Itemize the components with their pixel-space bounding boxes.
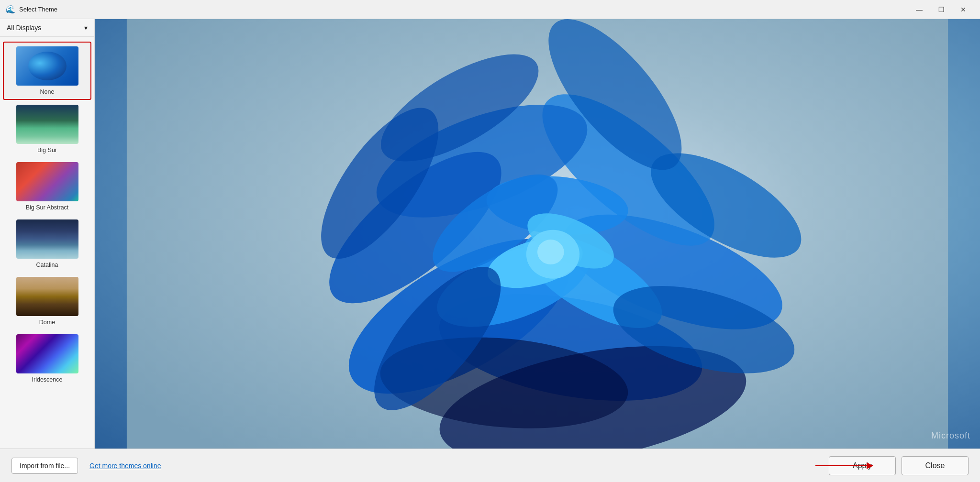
theme-thumbnail-catalina: [16, 219, 78, 259]
theme-thumbnail-bigsur: [16, 105, 78, 144]
bottom-left: Import from file... Get more themes onli…: [11, 458, 161, 474]
theme-label-dome: Dome: [39, 319, 55, 326]
theme-item-bigsur[interactable]: Big Sur: [4, 101, 90, 157]
window-controls: — ❐ ✕: [908, 0, 974, 19]
display-selector-label: All Displays: [7, 24, 41, 32]
theme-item-bigsur-abstract[interactable]: Big Sur Abstract: [4, 158, 90, 215]
theme-list: None Big Sur Big Sur Abstract Catalina: [0, 37, 94, 449]
preview-area: Microsoft: [95, 19, 980, 449]
import-button[interactable]: Import from file...: [11, 458, 78, 474]
get-more-themes-link[interactable]: Get more themes online: [89, 462, 161, 470]
theme-item-none[interactable]: None: [3, 42, 91, 100]
title-bar-left: 🌊 Select Theme: [6, 5, 57, 14]
theme-item-iridescence[interactable]: Iridescence: [4, 330, 90, 387]
minimize-button[interactable]: —: [908, 0, 930, 19]
content-area: All Displays ▾ None Big Sur: [0, 19, 980, 449]
theme-thumbnail-bigsur-abstract: [16, 162, 78, 201]
none-thumbnail-visual: [28, 52, 67, 80]
theme-label-bigsur-abstract: Big Sur Abstract: [26, 204, 69, 211]
close-button[interactable]: Close: [902, 456, 969, 475]
title-bar: 🌊 Select Theme — ❐ ✕: [0, 0, 980, 19]
theme-label-iridescence: Iridescence: [32, 376, 63, 383]
bloom-svg: [95, 19, 980, 449]
theme-label-bigsur: Big Sur: [37, 147, 57, 153]
maximize-button[interactable]: ❐: [930, 0, 952, 19]
theme-thumbnail-iridescence: [16, 334, 78, 373]
wallpaper-preview: Microsoft: [95, 19, 980, 449]
theme-item-catalina[interactable]: Catalina: [4, 216, 90, 272]
arrow-line: [815, 465, 873, 466]
window-title: Select Theme: [19, 6, 57, 13]
display-selector[interactable]: All Displays ▾: [0, 19, 94, 37]
microsoft-watermark: Microsoft: [931, 431, 970, 441]
chevron-down-icon: ▾: [84, 24, 88, 32]
theme-label-none: None: [40, 88, 55, 95]
bottom-right: Apply Close: [829, 456, 969, 475]
theme-item-dome[interactable]: Dome: [4, 273, 90, 329]
svg-point-14: [537, 240, 564, 264]
window-close-button[interactable]: ✕: [952, 0, 974, 19]
app-icon: 🌊: [6, 5, 15, 14]
bottom-bar: Import from file... Get more themes onli…: [0, 449, 980, 482]
theme-thumbnail-none: [16, 46, 78, 86]
theme-label-catalina: Catalina: [36, 262, 58, 268]
theme-thumbnail-dome: [16, 277, 78, 316]
arrow-annotation: [815, 465, 873, 466]
main-container: All Displays ▾ None Big Sur: [0, 19, 980, 482]
sidebar: All Displays ▾ None Big Sur: [0, 19, 95, 449]
